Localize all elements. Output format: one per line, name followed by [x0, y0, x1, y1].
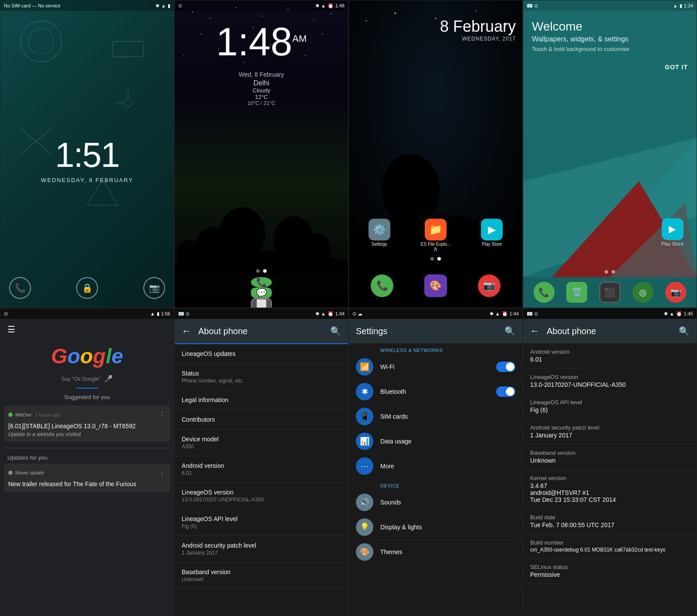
p3-dock-paint[interactable]: 🎨 — [424, 274, 447, 297]
p3-dock-camera[interactable]: 📷 — [478, 274, 501, 297]
item-sub-6: 13.0-20170207-UNOFFICIAL-A350 — [182, 497, 341, 503]
p6-action-bar: ← About phone 🔍 — [175, 319, 348, 343]
settings-bluetooth[interactable]: ✱ Bluetooth — [349, 379, 522, 404]
movie-more-icon[interactable]: ⋮ — [158, 468, 166, 477]
item-title-1: Status — [182, 370, 341, 377]
p7-search-button[interactable]: 🔍 — [504, 326, 515, 336]
menu-item-lineageos-updates[interactable]: LineageOS updates — [175, 344, 348, 364]
p4-dock-phone[interactable]: 📞 — [534, 282, 555, 303]
menu-item-legal[interactable]: Legal information — [175, 390, 348, 410]
detail-selinux[interactable]: SELinux status Permissive — [523, 558, 697, 584]
got-it-area[interactable]: GOT IT — [523, 61, 697, 75]
p4-dock-circle[interactable]: ◎ — [633, 282, 653, 303]
menu-item-lineageos-version[interactable]: LineageOS version 13.0-20170207-UNOFFICI… — [175, 483, 348, 509]
app-settings[interactable]: ⚙️ Settings — [364, 219, 395, 247]
p6-menu-list: LineageOS updates Status Phone number, s… — [175, 344, 348, 616]
detail-build-number[interactable]: Build number cm_A350-userdebug 6.01 MOB3… — [523, 534, 697, 558]
detail-build-date[interactable]: Build date Tue Feb. 7 08:00:55 UTC 2017 — [523, 509, 697, 534]
settings-themes[interactable]: 🎨 Themes — [349, 540, 522, 565]
item-sub-7: Fig (6) — [182, 523, 341, 529]
dock-square[interactable]: ⬜ — [251, 298, 272, 308]
detail-value-6: Tue Feb. 7 08:00:55 UTC 2017 — [530, 521, 690, 528]
p4-play-store-icon[interactable]: ▶ Play Store — [661, 218, 683, 247]
detail-baseband[interactable]: Baseband version Unknown — [523, 444, 697, 470]
item-sub-1: Phone number, signal, etc. — [182, 378, 341, 384]
up-chevron[interactable]: ∧ — [433, 245, 438, 253]
wifi-icon: ▲ — [161, 3, 166, 8]
phone-icon[interactable]: 📞 — [9, 277, 31, 299]
news-card[interactable]: MtkDev 7 hours ago ⋮ [6.01][STABLE] Line… — [4, 406, 170, 442]
themes-text: Themes — [380, 548, 515, 555]
bluetooth-p8: ✱ — [664, 311, 668, 317]
movie-source: Movie update — [15, 470, 44, 475]
bluetooth-toggle[interactable] — [496, 386, 515, 397]
menu-item-patch-level[interactable]: Android security patch level 1 January 2… — [175, 536, 348, 562]
say-ok-text: Say "Ok Google" — [61, 376, 101, 382]
news-more-icon[interactable]: ⋮ — [158, 410, 166, 420]
movie-card[interactable]: Movie update ⋮ New trailer released for … — [4, 464, 170, 492]
detail-api-level[interactable]: LineageOS API level Fig (6) — [523, 394, 697, 419]
menu-item-api-level[interactable]: LineageOS API level Fig (6) — [175, 509, 348, 536]
p6-search-button[interactable]: 🔍 — [330, 326, 341, 336]
menu-item-baseband[interactable]: Baseband version Unknown — [175, 562, 348, 589]
lock-date: WEDNESDAY, 8 FEBRUARY — [41, 177, 133, 183]
lock-icon[interactable]: 🔒 — [76, 277, 98, 299]
status-bar-p6: 📧 ⊙ ✱ ▲ ⏰ 1:44 — [175, 308, 348, 319]
p8-search-button[interactable]: 🔍 — [679, 326, 690, 336]
more-label: More — [380, 463, 515, 470]
detail-value-0: 6.01 — [530, 356, 690, 363]
settings-data-usage[interactable]: 📊 Data usage — [349, 429, 522, 454]
app-play-store[interactable]: ▶ Play Store — [477, 219, 507, 247]
panel-about-phone-detail: 📧 ⊙ ✱ ▲ ⏰ 1:45 ← About phone 🔍 Android v… — [523, 308, 697, 616]
menu-item-status[interactable]: Status Phone number, signal, etc. — [175, 364, 348, 390]
display-text: Display & lights — [380, 524, 515, 531]
wifi-label: Wi-Fi — [380, 363, 496, 370]
status-bar-p2: ⊙ ✱ ▲ ⏰ 1:48 — [175, 0, 348, 11]
news-title: [6.01][STABLE] LineageOS 13.0_r78 - MT65… — [8, 422, 166, 430]
menu-item-device-model[interactable]: Device model A350 — [175, 430, 348, 456]
hamburger-icon[interactable]: ☰ — [7, 324, 15, 335]
wifi-toggle[interactable] — [496, 362, 515, 372]
app-es-file[interactable]: 📁 ES File Explo... — [420, 219, 451, 247]
got-it-button[interactable]: GOT IT — [665, 64, 688, 71]
status-bar-p8: 📧 ⊙ ✱ ▲ ⏰ 1:45 — [523, 308, 697, 319]
p3-dock-phone[interactable]: 📞 — [371, 274, 393, 297]
time-p8: 1:45 — [684, 311, 693, 316]
settings-more[interactable]: ⋯ More — [349, 454, 522, 479]
lock-bottom-icons[interactable]: 📞 🔒 📷 — [0, 277, 174, 299]
sim-text: SIM cards — [380, 413, 515, 420]
camera-quick-icon[interactable]: 📷 — [143, 277, 165, 299]
settings-sim[interactable]: 📱 SIM cards — [349, 404, 522, 429]
bluetooth-icon-settings: ✱ — [356, 383, 373, 400]
mic-icon[interactable]: 🎤 — [104, 375, 113, 383]
time-p4: 1:34 — [684, 3, 693, 8]
detail-value-7: cm_A350-userdebug 6.01 MOB31K ca67ab32cd… — [530, 547, 690, 553]
p6-back-button[interactable]: ← — [182, 325, 191, 337]
item-title-4: Device model — [182, 436, 341, 443]
time-p6: 1:44 — [335, 311, 345, 316]
p4-dock-apps[interactable]: ⬛ — [599, 282, 620, 303]
p4-dock-camera[interactable]: 📷 — [665, 282, 686, 303]
menu-item-android-version[interactable]: Android version 6.01 — [175, 456, 348, 483]
detail-android-version[interactable]: Android version 6.01 — [523, 343, 697, 369]
detail-security-patch[interactable]: Android security patch level 1 January 2… — [523, 419, 697, 444]
detail-lineageos-version[interactable]: LineageOS version 13.0-20170207-UNOFFICI… — [523, 369, 697, 394]
time-p7: 1:44 — [510, 311, 519, 316]
menu-item-contributors[interactable]: Contributors — [175, 410, 348, 430]
settings-sounds[interactable]: 🔊 Sounds — [349, 490, 522, 515]
p8-back-button[interactable]: ← — [530, 325, 540, 337]
p2-time: 1:48AM — [216, 20, 307, 64]
material-shapes — [523, 138, 697, 277]
p4-dock-trash[interactable]: 🗑️ — [566, 282, 587, 303]
dock-phone[interactable]: 📞 — [251, 277, 272, 288]
settings-label: Settings — [372, 242, 387, 247]
dock-sms[interactable]: 💬 — [251, 288, 272, 298]
detail-kernel[interactable]: Kernel version 3.4.67 android@HTSVR7 #1 … — [523, 470, 697, 509]
more-text: More — [380, 463, 515, 470]
themes-icon: 🎨 — [356, 543, 373, 561]
settings-display[interactable]: 💡 Display & lights — [349, 515, 522, 540]
p7-title: Settings — [356, 326, 504, 336]
sim-label: SIM cards — [380, 413, 515, 420]
battery-p5: ▮ — [157, 311, 159, 317]
settings-wifi[interactable]: 📶 Wi-Fi — [349, 355, 522, 379]
